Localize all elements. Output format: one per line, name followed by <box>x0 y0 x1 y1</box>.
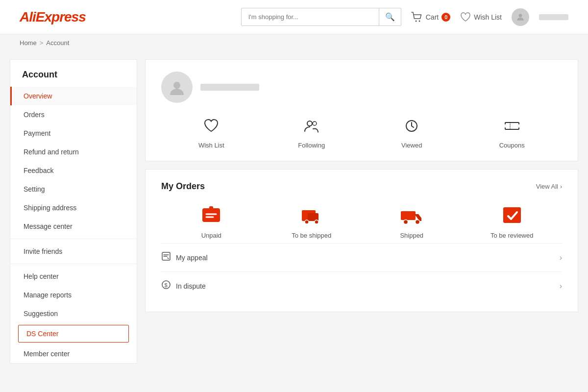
breadcrumb-home[interactable]: Home <box>20 39 37 47</box>
profile-coupons-item[interactable]: Coupons <box>488 119 537 149</box>
wishlist-label: Wish List <box>474 13 502 21</box>
appeal-left: My appeal <box>161 251 208 264</box>
svg-text:$: $ <box>165 282 168 288</box>
sidebar-divider-2 <box>10 264 137 264</box>
cart-label: Cart <box>426 13 439 21</box>
sidebar-title: Account <box>10 60 137 87</box>
unpaid-icon <box>199 203 223 227</box>
my-appeal-row[interactable]: My appeal › <box>161 243 562 271</box>
coupon-svg-icon <box>504 119 520 133</box>
following-label: Following <box>298 142 325 149</box>
svg-point-15 <box>305 220 309 224</box>
user-icon <box>515 12 525 22</box>
following-icon <box>304 119 319 137</box>
profile-card: Wish List Following <box>145 59 578 161</box>
profile-icons: Wish List Following <box>161 115 562 149</box>
search-button[interactable]: 🔍 <box>379 8 401 25</box>
sidebar-item-message[interactable]: Message center <box>10 217 137 236</box>
search-bar: 🔍 <box>241 8 401 26</box>
sidebar-item-shipping[interactable]: Shipping address <box>10 198 137 217</box>
avatar-icon <box>168 78 186 96</box>
dispute-svg-icon: $ <box>161 280 171 290</box>
cart-count: 0 <box>441 13 450 22</box>
profile-wishlist-item[interactable]: Wish List <box>187 119 236 149</box>
avatar[interactable] <box>512 8 529 26</box>
sidebar-item-invite[interactable]: Invite friends <box>10 242 137 261</box>
heart-icon <box>460 12 471 22</box>
sidebar-item-overview[interactable]: Overview <box>10 87 137 105</box>
sidebar-item-setting[interactable]: Setting <box>10 180 137 198</box>
profile-avatar <box>161 72 193 103</box>
coupons-label: Coupons <box>499 142 525 149</box>
breadcrumb-current: Account <box>46 39 69 47</box>
main-layout: Account Overview Orders Payment Refund a… <box>10 51 578 371</box>
view-all-label: View All <box>536 183 558 190</box>
wishlist-button[interactable]: Wish List <box>460 12 502 22</box>
appeal-svg-icon <box>161 251 171 261</box>
svg-rect-17 <box>401 211 416 220</box>
profile-top <box>161 72 562 103</box>
sidebar-item-ds-center[interactable]: DS Center <box>18 325 129 343</box>
heart-outline-icon <box>203 119 219 133</box>
viewed-icon <box>404 119 419 137</box>
view-all-button[interactable]: View All › <box>536 183 562 190</box>
svg-point-9 <box>517 124 520 127</box>
svg-rect-7 <box>505 122 519 129</box>
appeal-chevron-icon: › <box>560 253 562 262</box>
order-unpaid-item[interactable]: Unpaid <box>187 203 236 239</box>
dispute-icon: $ <box>161 280 171 292</box>
content-area: Wish List Following <box>145 59 578 364</box>
sidebar-item-payment[interactable]: Payment <box>10 124 137 143</box>
svg-point-5 <box>313 122 317 125</box>
appeal-icon <box>161 251 171 264</box>
breadcrumb-separator: > <box>40 39 44 47</box>
coupons-icon <box>504 119 520 137</box>
order-to-be-shipped-item[interactable]: To be shipped <box>287 203 336 239</box>
sidebar-item-refund[interactable]: Refund and return <box>10 143 137 161</box>
profile-following-item[interactable]: Following <box>287 119 336 149</box>
sidebar-item-suggestion[interactable]: Suggestion <box>10 304 137 323</box>
sidebar-divider-1 <box>10 239 137 239</box>
svg-point-1 <box>418 20 420 22</box>
svg-point-3 <box>173 82 180 89</box>
svg-point-2 <box>519 14 522 17</box>
logo[interactable]: AliExpress <box>20 9 86 25</box>
sidebar-item-member[interactable]: Member center <box>10 344 137 363</box>
sidebar: Account Overview Orders Payment Refund a… <box>10 59 137 364</box>
user-name-display <box>539 14 568 20</box>
sidebar-item-feedback[interactable]: Feedback <box>10 161 137 180</box>
svg-rect-20 <box>503 207 521 223</box>
sidebar-item-reports[interactable]: Manage reports <box>10 286 137 304</box>
svg-rect-11 <box>202 208 220 222</box>
header: AliExpress 🔍 Cart 0 Wish List <box>0 0 588 34</box>
in-dispute-row[interactable]: $ In dispute › <box>161 271 562 300</box>
dispute-label: In dispute <box>176 282 206 290</box>
following-svg-icon <box>304 119 319 133</box>
sidebar-item-help[interactable]: Help center <box>10 267 137 286</box>
clock-check-icon <box>404 119 419 133</box>
profile-viewed-item[interactable]: Viewed <box>387 119 436 149</box>
appeal-label: My appeal <box>176 254 208 262</box>
chevron-right-icon: › <box>560 183 562 190</box>
to-be-reviewed-label: To be reviewed <box>490 232 533 239</box>
search-input[interactable] <box>242 9 379 24</box>
cart-button[interactable]: Cart 0 <box>411 12 450 23</box>
order-shipped-item[interactable]: Shipped <box>387 203 436 239</box>
svg-point-4 <box>307 121 312 126</box>
svg-rect-12 <box>209 206 213 210</box>
to-be-reviewed-icon <box>500 203 524 227</box>
orders-card: My Orders View All › Unpaid <box>145 169 578 312</box>
orders-icons: Unpaid To be shipped <box>161 203 562 243</box>
wishlist-icon <box>203 119 219 137</box>
dispute-left: $ In dispute <box>161 280 206 292</box>
cart-icon <box>411 12 423 23</box>
svg-point-0 <box>415 20 416 22</box>
sidebar-item-orders[interactable]: Orders <box>10 105 137 124</box>
shipped-label: Shipped <box>400 232 423 239</box>
dispute-chevron-icon: › <box>560 282 562 291</box>
orders-header: My Orders View All › <box>161 181 562 192</box>
orders-title: My Orders <box>161 181 205 192</box>
order-to-be-reviewed-item[interactable]: To be reviewed <box>488 203 537 239</box>
profile-name-blurred <box>200 84 259 91</box>
to-be-shipped-label: To be shipped <box>292 232 331 239</box>
